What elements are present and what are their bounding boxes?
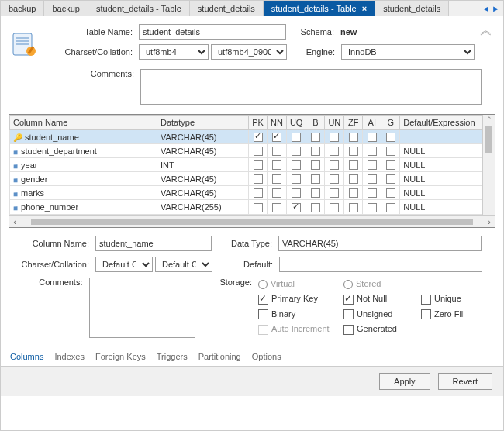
- editor-tab[interactable]: student_details: [375, 1, 449, 16]
- grid-checkbox[interactable]: [311, 174, 320, 184]
- grid-checkbox[interactable]: [368, 133, 377, 142]
- detail-tab[interactable]: Columns: [10, 352, 43, 361]
- grid-checkbox[interactable]: [330, 133, 339, 142]
- grid-checkbox[interactable]: [292, 133, 301, 142]
- grid-checkbox[interactable]: [272, 174, 281, 184]
- grid-checkbox[interactable]: [368, 160, 377, 170]
- comments-textarea[interactable]: [140, 69, 482, 105]
- grid-checkbox[interactable]: [330, 188, 339, 198]
- grid-checkbox[interactable]: [386, 203, 395, 212]
- grid-checkbox[interactable]: [272, 133, 281, 142]
- detail-tab[interactable]: Foreign Keys: [95, 352, 146, 361]
- grid-checkbox[interactable]: [272, 160, 281, 170]
- grid-checkbox[interactable]: [349, 188, 358, 198]
- grid-checkbox[interactable]: [349, 203, 358, 212]
- grid-checkbox[interactable]: [254, 160, 263, 170]
- grid-header[interactable]: Datatype: [157, 116, 249, 130]
- grid-checkbox[interactable]: [311, 203, 320, 212]
- grid-checkbox[interactable]: [292, 203, 301, 212]
- det-comments-textarea[interactable]: [89, 278, 196, 338]
- zf-checkbox[interactable]: Zero Fill: [421, 309, 491, 320]
- grid-checkbox[interactable]: [330, 203, 339, 212]
- table-row[interactable]: ◆ marksVARCHAR(45)NULL: [10, 186, 495, 200]
- detail-tab[interactable]: Triggers: [157, 352, 188, 361]
- revert-button[interactable]: Revert: [438, 373, 492, 390]
- grid-header[interactable]: ZF: [344, 116, 363, 130]
- grid-checkbox[interactable]: [386, 174, 395, 184]
- default-input[interactable]: [279, 257, 482, 272]
- editor-tab[interactable]: student_details: [190, 1, 264, 16]
- collation-select[interactable]: utf8mb4_0900: [211, 44, 287, 60]
- detail-tab[interactable]: Options: [252, 352, 281, 361]
- grid-checkbox[interactable]: [368, 188, 377, 198]
- grid-scrollbar-vertical[interactable]: ⌃: [482, 115, 495, 215]
- grid-checkbox[interactable]: [349, 160, 358, 170]
- grid-checkbox[interactable]: [254, 203, 263, 212]
- table-row[interactable]: 🔑 student_nameVARCHAR(45): [10, 130, 495, 144]
- grid-header[interactable]: Column Name: [10, 116, 157, 130]
- bin-checkbox[interactable]: Binary: [258, 309, 343, 320]
- table-row[interactable]: ◆ student_departmentVARCHAR(45)NULL: [10, 144, 495, 158]
- det-charset-select[interactable]: Default C: [95, 257, 153, 272]
- table-row[interactable]: ◆ genderVARCHAR(45)NULL: [10, 172, 495, 186]
- table-name-input[interactable]: [139, 24, 286, 40]
- grid-checkbox[interactable]: [254, 188, 263, 198]
- grid-checkbox[interactable]: [311, 133, 320, 142]
- grid-header[interactable]: NN: [268, 116, 287, 130]
- grid-checkbox[interactable]: [254, 174, 263, 184]
- table-row[interactable]: ◆ phone_numberVARCHAR(255)NULL: [10, 200, 495, 214]
- grid-checkbox[interactable]: [292, 147, 301, 156]
- grid-checkbox[interactable]: [330, 147, 339, 156]
- grid-checkbox[interactable]: [254, 147, 263, 156]
- grid-header[interactable]: UQ: [286, 116, 306, 130]
- engine-select[interactable]: InnoDB: [341, 44, 475, 60]
- table-row[interactable]: ◆ yearINTNULL: [10, 158, 495, 172]
- grid-checkbox[interactable]: [311, 188, 320, 198]
- stored-radio[interactable]: Stored: [343, 279, 421, 289]
- det-collation-select[interactable]: Default C: [155, 257, 212, 272]
- grid-checkbox[interactable]: [272, 203, 281, 212]
- grid-checkbox[interactable]: [386, 160, 395, 170]
- grid-checkbox[interactable]: [272, 147, 281, 156]
- grid-header[interactable]: AI: [363, 116, 381, 130]
- charset-select[interactable]: utf8mb4: [139, 44, 209, 60]
- gen-checkbox[interactable]: Generated: [343, 324, 421, 335]
- grid-checkbox[interactable]: [292, 188, 301, 198]
- grid-header[interactable]: PK: [249, 116, 268, 130]
- grid-header[interactable]: G: [381, 116, 400, 130]
- grid-checkbox[interactable]: [254, 133, 263, 142]
- detail-tab[interactable]: Indexes: [54, 352, 85, 361]
- grid-checkbox[interactable]: [368, 203, 377, 212]
- detail-tab[interactable]: Partitioning: [198, 352, 241, 361]
- grid-header[interactable]: UN: [325, 116, 344, 130]
- col-name-input[interactable]: [95, 236, 212, 251]
- grid-checkbox[interactable]: [272, 188, 281, 198]
- editor-tab[interactable]: student_details - Table×: [264, 1, 375, 16]
- grid-scrollbar-horizontal[interactable]: ‹›: [9, 215, 495, 227]
- grid-checkbox[interactable]: [368, 147, 377, 156]
- ai-checkbox[interactable]: Auto Increment: [258, 324, 343, 335]
- datatype-input[interactable]: [278, 236, 482, 251]
- editor-tab[interactable]: backup: [44, 1, 88, 16]
- grid-checkbox[interactable]: [349, 174, 358, 184]
- grid-checkbox[interactable]: [386, 188, 395, 198]
- apply-button[interactable]: Apply: [379, 373, 430, 390]
- grid-checkbox[interactable]: [292, 174, 301, 184]
- grid-header[interactable]: Default/Expression: [400, 116, 495, 130]
- grid-checkbox[interactable]: [292, 160, 301, 170]
- grid-checkbox[interactable]: [386, 133, 395, 142]
- grid-checkbox[interactable]: [330, 174, 339, 184]
- pk-checkbox[interactable]: Primary Key: [258, 294, 343, 305]
- virtual-radio[interactable]: Virtual: [258, 279, 343, 289]
- grid-checkbox[interactable]: [368, 174, 377, 184]
- grid-checkbox[interactable]: [349, 133, 358, 142]
- editor-tab[interactable]: student_details - Table: [88, 1, 190, 16]
- tab-prev-icon[interactable]: ◄: [482, 4, 490, 13]
- grid-checkbox[interactable]: [311, 160, 320, 170]
- grid-checkbox[interactable]: [349, 147, 358, 156]
- grid-checkbox[interactable]: [386, 147, 395, 156]
- collapse-icon[interactable]: ︽: [480, 22, 492, 39]
- editor-tab[interactable]: backup: [1, 1, 44, 16]
- close-icon[interactable]: ×: [362, 4, 367, 13]
- grid-checkbox[interactable]: [330, 160, 339, 170]
